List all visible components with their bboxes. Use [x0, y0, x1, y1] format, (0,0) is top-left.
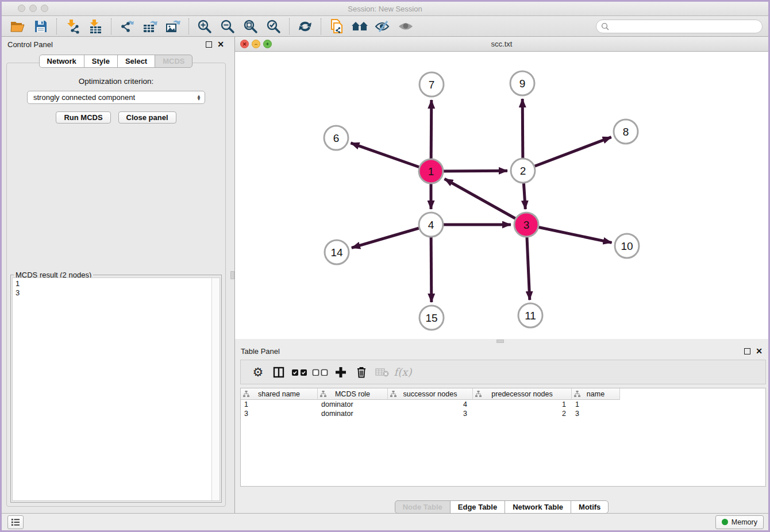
zoom-out-icon[interactable] — [218, 18, 237, 35]
delete-columns-icon[interactable] — [351, 363, 372, 382]
run-mcds-button[interactable]: Run MCDS — [56, 111, 110, 124]
close-view-icon[interactable]: ✕ — [240, 40, 249, 48]
show-columns-icon[interactable] — [268, 363, 289, 382]
graph-node-2[interactable]: 2 — [511, 159, 535, 183]
graph-node-4[interactable]: 4 — [419, 213, 443, 237]
tab-edge-table[interactable]: Edge Table — [450, 500, 505, 514]
float-panel-icon[interactable] — [206, 41, 212, 48]
graph-node-15[interactable]: 15 — [419, 306, 444, 330]
svg-text:3: 3 — [523, 219, 530, 231]
delete-table-icon[interactable] — [372, 363, 392, 382]
select-all-columns-icon[interactable] — [289, 363, 310, 382]
table-row[interactable]: 3dominator323 — [241, 409, 765, 418]
zoom-fit-icon[interactable] — [241, 18, 260, 35]
tab-network-table[interactable]: Network Table — [505, 500, 571, 514]
show-panels-button[interactable] — [7, 515, 24, 529]
table-header-row: shared nameMCDS rolesuccessor nodesprede… — [241, 388, 765, 400]
function-builder-icon[interactable]: f(x) — [392, 363, 413, 382]
column-header-MCDS-role[interactable]: MCDS role — [318, 388, 388, 400]
svg-text:11: 11 — [525, 310, 536, 322]
graph-node-1[interactable]: 1 — [419, 159, 443, 183]
home-networks-icon[interactable] — [350, 18, 369, 35]
memory-button[interactable]: Memory — [715, 515, 764, 529]
table-cell: 1 — [241, 400, 318, 409]
close-panel-button[interactable]: Close panel — [118, 111, 176, 124]
save-session-icon[interactable] — [31, 18, 51, 35]
main-toolbar — [2, 17, 768, 37]
table-options-icon[interactable]: ⚙ — [248, 363, 268, 382]
import-table-icon[interactable] — [86, 18, 105, 35]
zoom-in-icon[interactable] — [195, 18, 214, 35]
mcds-result-text[interactable]: 1 3 — [13, 278, 211, 500]
vertical-splitter[interactable] — [230, 37, 235, 513]
graph-edge-2-8[interactable] — [523, 137, 611, 171]
export-image-icon[interactable] — [163, 18, 183, 35]
graph[interactable]: 1234678910111415 — [235, 52, 768, 339]
unselect-all-columns-icon[interactable] — [310, 363, 330, 382]
graph-edge-3-1[interactable] — [445, 179, 526, 225]
table-panel: Table Panel ✕ ⚙ — [235, 344, 768, 511]
export-network-icon[interactable] — [117, 18, 137, 35]
table-toolbar: ⚙ — [240, 360, 766, 384]
graph-node-8[interactable]: 8 — [614, 119, 638, 144]
export-table-icon[interactable] — [140, 18, 160, 35]
minimize-view-icon[interactable]: − — [252, 40, 260, 48]
tab-node-table[interactable]: Node Table — [395, 500, 451, 514]
graph-node-7[interactable]: 7 — [419, 72, 444, 97]
close-panel-icon[interactable]: ✕ — [217, 41, 224, 48]
refresh-view-icon[interactable] — [295, 18, 315, 35]
column-header-shared-name[interactable]: shared name — [241, 388, 318, 400]
table-cell: dominator — [318, 400, 388, 409]
tab-select[interactable]: Select — [117, 55, 155, 68]
tab-style[interactable]: Style — [84, 55, 118, 68]
search-input[interactable] — [596, 20, 763, 33]
copy-style-icon[interactable] — [327, 18, 346, 35]
graph-node-3[interactable]: 3 — [514, 213, 538, 237]
network-canvas[interactable]: 1234678910111415 — [235, 52, 768, 339]
table-tabs: Node TableEdge TableNetwork TableMotifs — [235, 500, 768, 514]
tab-motifs[interactable]: Motifs — [571, 500, 609, 514]
window-titlebar: Session: New Session — [2, 2, 768, 16]
toolbar-separator — [321, 18, 321, 34]
graph-node-6[interactable]: 6 — [324, 126, 348, 150]
tab-mcds[interactable]: MCDS — [155, 55, 192, 68]
close-table-panel-icon[interactable]: ✕ — [756, 348, 763, 354]
network-view-window: ✕ − + scc.txt 1234678910111415 — [235, 37, 768, 339]
import-network-icon[interactable] — [63, 18, 82, 35]
control-panel-title: Control Panel — [7, 40, 53, 49]
horizontal-splitter-handle[interactable] — [496, 340, 504, 343]
toolbar-separator — [111, 18, 111, 34]
hide-selected-icon[interactable] — [373, 18, 392, 35]
toolbar-separator — [56, 18, 57, 34]
vertical-splitter-handle[interactable] — [230, 271, 234, 279]
minimize-window-icon[interactable] — [29, 5, 37, 12]
graph-node-11[interactable]: 11 — [518, 303, 542, 327]
open-file-icon[interactable] — [8, 18, 28, 35]
graph-node-14[interactable]: 14 — [325, 240, 349, 264]
table-cell: 3 — [388, 409, 473, 418]
close-window-icon[interactable] — [18, 5, 25, 12]
float-table-panel-icon[interactable] — [744, 348, 750, 354]
svg-text:1: 1 — [428, 165, 434, 178]
maximize-window-icon[interactable] — [41, 5, 48, 12]
svg-text:7: 7 — [429, 79, 435, 91]
network-view-title: scc.txt — [235, 40, 768, 48]
create-column-icon[interactable] — [330, 363, 351, 382]
table-row[interactable]: 1dominator411 — [241, 400, 765, 409]
criterion-dropdown[interactable]: strongly connected component ▲▼ — [27, 91, 205, 104]
horizontal-splitter[interactable] — [235, 339, 768, 344]
graph-node-10[interactable]: 10 — [615, 234, 639, 258]
application-window: Session: New Session — [0, 0, 770, 532]
graph-edge-3-10[interactable] — [526, 225, 612, 242]
criterion-value: strongly connected component — [33, 93, 135, 102]
column-header-successor-nodes[interactable]: successor nodes — [388, 388, 473, 400]
column-header-name[interactable]: name — [572, 388, 620, 400]
column-header-predecessor-nodes[interactable]: predecessor nodes — [473, 388, 572, 400]
show-all-icon[interactable] — [396, 18, 415, 35]
maximize-view-icon[interactable]: + — [263, 40, 272, 48]
graph-node-9[interactable]: 9 — [510, 71, 534, 95]
table-cell: dominator — [318, 409, 388, 418]
result-scrollbar[interactable] — [211, 278, 220, 500]
tab-network[interactable]: Network — [39, 55, 84, 68]
zoom-selected-icon[interactable] — [264, 18, 283, 35]
